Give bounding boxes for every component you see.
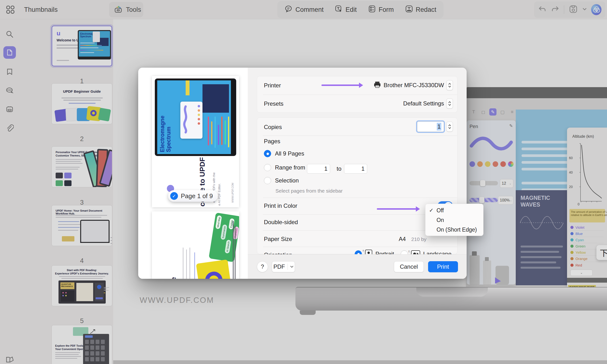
pages-label: Pages [264, 138, 280, 145]
printer-select[interactable]: Brother MFC-J5330DW [374, 80, 453, 90]
double-sided-menu: ✓ Off On On (Short Edge) [425, 204, 483, 236]
check-icon: ✓ [429, 206, 433, 215]
menu-item-on-short-edge[interactable]: On (Short Edge) [426, 225, 483, 234]
printer-stepper[interactable] [446, 80, 453, 90]
radio-selection[interactable]: Selection [264, 177, 299, 184]
preview-yellow-card [196, 260, 233, 279]
print-in-color-label: Print in Color [264, 202, 297, 209]
copies-label: Copies [264, 124, 282, 130]
double-sided-label: Double-sided [264, 219, 298, 226]
paper-size-value[interactable]: A4 [399, 236, 406, 242]
copies-stepper[interactable] [446, 122, 453, 132]
paper-size-label: Paper Size [264, 236, 292, 242]
print-button[interactable]: Print [428, 261, 458, 272]
range-to-input[interactable]: 1 [344, 164, 367, 174]
preview-page-2: jinner Guide Mind Map Summarize Explain … [152, 211, 239, 279]
dialog-footer: ? PDF Cancel Print [248, 254, 467, 279]
printer-icon [374, 81, 381, 89]
check-icon: ✓ [170, 192, 178, 200]
menu-item-off[interactable]: ✓ Off [426, 206, 483, 215]
presets-select[interactable]: Default Settings [403, 98, 453, 109]
tutorial-arrow-double-sided [377, 208, 416, 210]
preview-page-1: Electromagne Spectrum [152, 76, 239, 207]
radio-range[interactable]: Range from [264, 164, 305, 171]
presets-label: Presets [264, 100, 284, 107]
print-options-panel: Printer Brother MFC-J5330DW [248, 68, 467, 279]
menu-item-on[interactable]: On [426, 215, 483, 225]
page-count-badge: ✓ Page 1 of 9 [168, 190, 218, 202]
to-label: to [336, 165, 341, 172]
radio-all-pages[interactable]: All 9 Pages [264, 150, 304, 157]
pdf-dropdown-button[interactable]: PDF [272, 261, 295, 272]
print-preview-panel: Electromagne Spectrum [138, 68, 248, 279]
printer-label: Printer [264, 82, 281, 89]
updf-app-window: Thumbnails Tools [0, 0, 607, 364]
printer-presets-group: Printer Brother MFC-J5330DW [257, 76, 457, 113]
copies-input[interactable]: 1 [417, 121, 444, 132]
selection-hint: Select pages from the sidebar [275, 188, 343, 194]
cancel-button[interactable]: Cancel [394, 261, 424, 272]
presets-stepper[interactable] [446, 98, 453, 109]
tutorial-arrow-printer [322, 84, 360, 86]
help-button[interactable]: ? [257, 261, 268, 272]
paper-size-detail: 210 by [411, 236, 426, 242]
range-from-input[interactable]: 1 [307, 164, 330, 174]
print-dialog: Electromagne Spectrum [138, 68, 467, 279]
